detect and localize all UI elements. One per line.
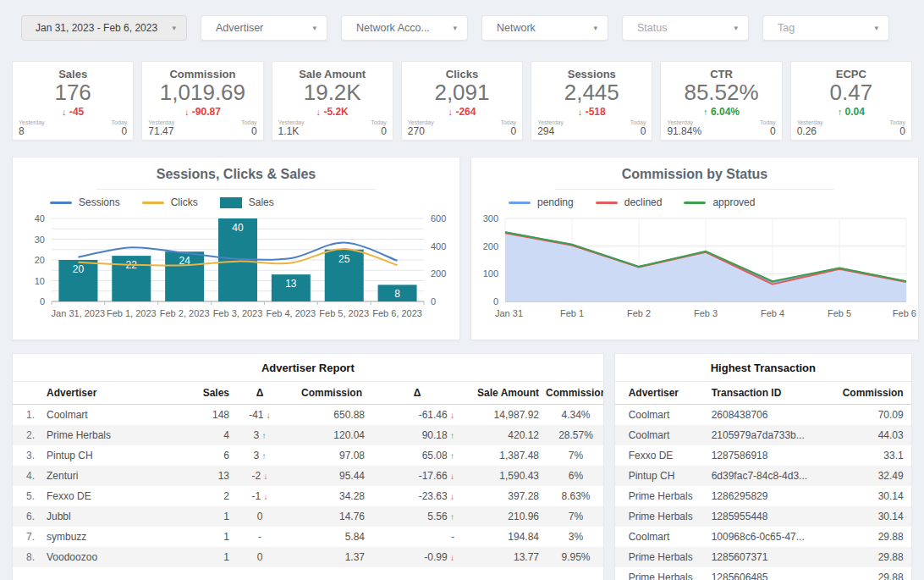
table-row[interactable]: 1.Coolmart148-41 ↓650.88-61.46 ↓14,987.9…: [13, 405, 604, 426]
cell-transaction-id: 2608438706: [708, 405, 835, 426]
kpi-card-sessions: Sessions2,445↓ -518Yesterday294Today0: [531, 61, 652, 141]
col-advertiser[interactable]: Advertiser: [43, 382, 182, 405]
yesterday-block: Yesterday1.1K: [278, 119, 305, 137]
table-row[interactable]: Coolmart2105979a7da733b...44.03: [615, 425, 912, 445]
kpi-row: Sales176↓ -45Yesterday8Today0Commission1…: [0, 41, 924, 141]
col-commission[interactable]: Commission: [287, 382, 377, 405]
kpi-card-ecpc: ECPC0.47↑ 0.04Yesterday0.26Today0: [790, 61, 912, 141]
commission-by-status-card: Commission by Status pendingdeclinedappr…: [470, 157, 919, 340]
legend-approved[interactable]: approved: [684, 196, 755, 208]
cell-commission: 120.04: [287, 425, 377, 445]
cell-advertiser: Coolmart: [615, 527, 708, 547]
arrow-down-icon: ↓: [450, 553, 454, 562]
table-row[interactable]: Coolmart260843870670.09: [615, 405, 912, 426]
col-transaction-id[interactable]: Transaction ID: [708, 382, 835, 405]
svg-text:300: 300: [483, 213, 498, 224]
table-row[interactable]: Prime Herbals128560737129.88: [615, 547, 912, 567]
charts-row: Sessions, Clicks & Sales SessionsClicksS…: [0, 141, 924, 340]
table-row[interactable]: Fexxo DE128758691833.1: [615, 445, 912, 466]
arrow-up-icon: ↑: [262, 431, 267, 440]
cell-transaction-id: 1285606485: [708, 567, 835, 580]
highest-transaction-table: Advertiser Transaction ID Commission Coo…: [615, 382, 912, 580]
kpi-card-sale-amount: Sale Amount19.2K↓ -5.2KYesterday1.1KToda…: [272, 61, 393, 141]
legend-sessions[interactable]: Sessions: [50, 196, 120, 208]
today-value: 0: [630, 125, 646, 137]
table-row[interactable]: 5.Fexxo DE2-1 ↓34.28-23.63 ↓397.288.63%: [13, 486, 604, 506]
highest-transaction-card: Highest Transaction Advertiser Transacti…: [614, 353, 912, 580]
col-delta-sales[interactable]: Δ: [233, 382, 287, 405]
table-row[interactable]: Prime Herbals128629582930.14: [615, 486, 912, 506]
col-delta-commission[interactable]: Δ: [377, 382, 458, 405]
yesterday-label: Yesterday: [148, 119, 174, 125]
svg-text:Feb 1: Feb 1: [560, 308, 584, 318]
today-block: Today0: [630, 119, 646, 137]
cell-delta: -23.63 ↓: [377, 486, 458, 506]
filter-label: Status: [637, 22, 667, 34]
advertiser-filter[interactable]: Advertiser▾: [201, 15, 327, 41]
legend-label: Sales: [249, 196, 274, 208]
col-commission-rate[interactable]: Commission Rate: [542, 382, 604, 405]
legend-pending[interactable]: pending: [509, 196, 574, 208]
table-row[interactable]: 7.symbuzz1- 5.84- 194.843%: [13, 527, 604, 547]
table-row[interactable]: 3.Pintup CH63 ↑97.0865.08 ↑1,387.487%: [13, 445, 604, 466]
table-row[interactable]: Prime Herbals128560648529.88: [615, 567, 912, 580]
cell-rank: 8.: [13, 547, 43, 567]
col-commission[interactable]: Commission: [835, 382, 912, 405]
arrow-down-icon: ↓: [264, 492, 268, 501]
network-filter[interactable]: Network▾: [481, 15, 608, 41]
kpi-value: 2,091: [402, 80, 522, 105]
table-row[interactable]: Prime Herbals128595544830.14: [615, 506, 912, 527]
svg-text:0: 0: [493, 296, 498, 307]
cell-commission: 32.49: [835, 466, 912, 486]
cell-sales: 1: [182, 506, 233, 527]
svg-text:40: 40: [232, 222, 244, 234]
kpi-title: Clicks: [402, 68, 522, 80]
table-row[interactable]: 6.Jubbl10 14.765.56 ↑210.967%: [13, 506, 604, 527]
legend-declined[interactable]: declined: [596, 196, 663, 208]
legend-clicks[interactable]: Clicks: [142, 196, 198, 208]
cell-commission-rate: 6%: [542, 466, 604, 486]
table-row[interactable]: 4.Zenturi13-2 ↓95.44-17.66 ↓1,590.436%: [13, 466, 604, 486]
kpi-card-sales: Sales176↓ -45Yesterday8Today0: [12, 61, 134, 141]
today-block: Today0: [889, 119, 905, 137]
svg-text:20: 20: [35, 255, 45, 265]
kpi-delta: ↑ 6.04%: [661, 106, 781, 118]
arrow-down-icon: ↓: [267, 411, 271, 420]
yesterday-label: Yesterday: [537, 119, 564, 125]
table-row[interactable]: Pintup CH6d39fac7-84c8-4d3...32.49: [615, 466, 912, 486]
yesterday-block: Yesterday0.26: [797, 119, 823, 137]
cell-sale-amount: 1,590.43: [458, 466, 542, 486]
cell-rank: 1.: [13, 405, 43, 426]
col-sales[interactable]: Sales: [182, 382, 233, 405]
cell-advertiser: Pintup CH: [615, 466, 708, 486]
yesterday-value: 294: [537, 125, 564, 137]
today-label: Today: [760, 119, 776, 125]
table-row[interactable]: 8.Voodoozoo10 1.37-0.99 ↓13.779.95%: [13, 547, 604, 567]
cell-advertiser: Coolmart: [615, 425, 708, 445]
cell-commission: 650.88: [287, 405, 377, 426]
arrow-up-icon: ↑: [450, 512, 454, 522]
table-row[interactable]: 2.Prime Herbals43 ↑120.0490.18 ↑420.1228…: [13, 425, 604, 445]
arrow-down-icon: ↓: [316, 107, 322, 117]
kpi-delta: ↓ -518: [531, 106, 652, 118]
chart-legend: pendingdeclinedapproved: [471, 195, 918, 210]
today-block: Today0: [500, 119, 516, 137]
date-range-picker[interactable]: Jan 31, 2023 - Feb 6, 2023 ▾: [21, 15, 187, 41]
svg-text:Feb 2: Feb 2: [627, 308, 651, 318]
table-row[interactable]: Coolmart100968c6-0c65-47...29.88: [615, 527, 912, 547]
arrow-down-icon: ↓: [450, 492, 454, 501]
kpi-value: 2,445: [531, 80, 652, 105]
kpi-title: Sales: [13, 68, 133, 80]
status-filter[interactable]: Status▾: [622, 15, 749, 41]
col-sale-amount[interactable]: Sale Amount: [458, 382, 542, 405]
col-advertiser[interactable]: Advertiser: [615, 382, 708, 405]
cell-transaction-id: 1286295829: [708, 486, 835, 506]
cell-delta: -1 ↓: [233, 486, 287, 506]
legend-sales[interactable]: Sales: [220, 196, 274, 208]
yesterday-value: 71.47: [148, 125, 174, 137]
today-label: Today: [500, 119, 516, 125]
cell-sales: 6: [182, 445, 233, 466]
network-account-filter[interactable]: Network Acco...▾: [341, 15, 468, 41]
tag-filter[interactable]: Tag▾: [762, 15, 889, 41]
cell-commission: 29.88: [835, 527, 912, 547]
